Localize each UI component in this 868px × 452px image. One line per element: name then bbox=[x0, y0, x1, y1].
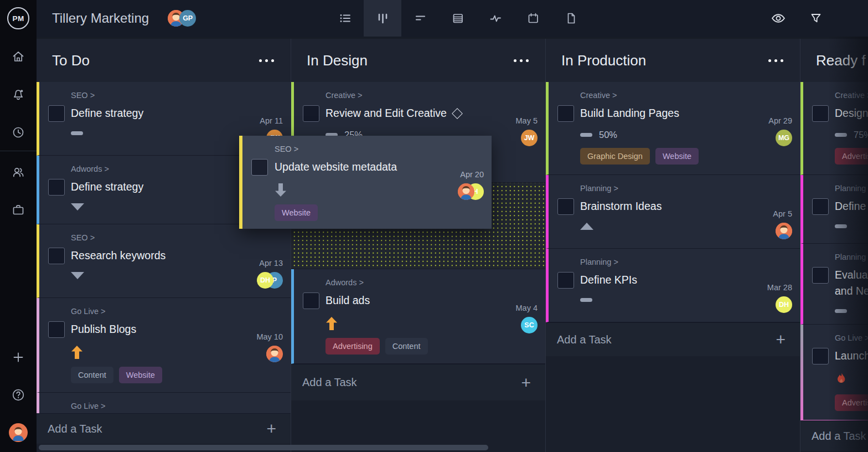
member-initials-avatar[interactable]: GP bbox=[179, 10, 196, 27]
sidebar-profile-avatar[interactable] bbox=[9, 423, 28, 443]
visibility-icon[interactable] bbox=[771, 12, 786, 25]
plus-icon: + bbox=[521, 374, 531, 391]
tag-advertising[interactable]: Advertising bbox=[835, 394, 868, 411]
column-header: To Do bbox=[37, 39, 291, 82]
card-project-breadcrumb[interactable]: SEO > bbox=[275, 145, 435, 153]
card-tags: ContentWebsite bbox=[71, 367, 234, 383]
task-card[interactable]: Go Live >Publish BlogsContentWebsiteMay … bbox=[37, 298, 291, 393]
add-task-label: Add a Task bbox=[557, 333, 612, 346]
progress-pill bbox=[71, 131, 83, 135]
add-task-label: Add a Task bbox=[812, 430, 866, 443]
card-project-breadcrumb[interactable]: Planning > bbox=[580, 184, 743, 193]
task-card[interactable]: Creative >Build Landing Pages50%Graphic … bbox=[546, 82, 800, 175]
dragged-task-card[interactable]: SEO >Update website metadataWebsiteApr 2… bbox=[239, 136, 492, 229]
card-title: Define strategy bbox=[71, 106, 234, 121]
task-checkbox[interactable] bbox=[48, 321, 65, 338]
card-title: Update website metadata bbox=[275, 160, 435, 174]
tag-graphic-design[interactable]: Graphic Design bbox=[580, 148, 650, 165]
project-members[interactable]: GP bbox=[168, 10, 196, 27]
card-meta: Apr 5 bbox=[743, 184, 792, 239]
task-card[interactable]: Creative >Design75%Advertising bbox=[800, 82, 868, 175]
task-card[interactable]: Planning >Define bbox=[800, 175, 868, 244]
view-tab-kanban[interactable] bbox=[364, 0, 401, 37]
card-project-breadcrumb[interactable]: Go Live > bbox=[71, 402, 234, 410]
card-project-breadcrumb[interactable]: Planning > bbox=[835, 253, 868, 261]
sidebar-item-home[interactable] bbox=[11, 49, 25, 66]
assignees bbox=[266, 346, 283, 362]
tag-content[interactable]: Content bbox=[71, 367, 113, 383]
task-checkbox[interactable] bbox=[48, 248, 65, 264]
card-project-breadcrumb[interactable]: Creative > bbox=[580, 91, 743, 100]
task-checkbox[interactable] bbox=[812, 105, 829, 122]
card-project-breadcrumb[interactable]: Planning > bbox=[835, 184, 868, 193]
sidebar-item-team[interactable] bbox=[11, 165, 25, 182]
assignees: H bbox=[458, 183, 484, 200]
sidebar-item-portfolio[interactable] bbox=[11, 203, 25, 219]
add-task-button[interactable]: Add a Task+ bbox=[291, 364, 545, 400]
sidebar-item-history[interactable] bbox=[11, 125, 25, 142]
home-icon bbox=[11, 49, 25, 64]
card-project-breadcrumb[interactable]: Planning > bbox=[580, 258, 743, 266]
card-main: Go Live >LaunchAdvertising bbox=[835, 333, 868, 411]
sidebar-item-notifications[interactable] bbox=[11, 88, 25, 104]
column-menu-button[interactable] bbox=[514, 56, 529, 65]
tag-advertising[interactable]: Advertising bbox=[326, 338, 380, 355]
card-main: Planning >Define KPIs bbox=[580, 258, 743, 313]
view-tab-calendar[interactable] bbox=[514, 0, 552, 37]
task-checkbox[interactable] bbox=[812, 198, 829, 215]
view-tab-document[interactable] bbox=[552, 0, 590, 37]
task-checkbox[interactable] bbox=[557, 198, 574, 215]
card-project-breadcrumb[interactable]: Adwords > bbox=[326, 278, 489, 287]
tag-content[interactable]: Content bbox=[385, 338, 428, 355]
card-main: Adwords >Define strategy bbox=[71, 165, 234, 215]
task-checkbox[interactable] bbox=[303, 292, 319, 309]
task-checkbox[interactable] bbox=[557, 272, 574, 289]
tag-website[interactable]: Website bbox=[655, 148, 699, 165]
task-checkbox[interactable] bbox=[557, 105, 574, 122]
task-checkbox[interactable] bbox=[251, 159, 268, 176]
task-checkbox[interactable] bbox=[812, 267, 829, 284]
due-date: Apr 11 bbox=[260, 116, 283, 125]
view-tab-activity[interactable] bbox=[477, 0, 514, 37]
card-project-breadcrumb[interactable]: Creative > bbox=[326, 91, 489, 100]
add-task-button[interactable]: Add a Task+ bbox=[546, 322, 800, 356]
kanban-icon bbox=[376, 12, 389, 25]
card-project-breadcrumb[interactable]: SEO > bbox=[71, 233, 234, 242]
task-card[interactable]: SEO >Research keywordsApr 13DHP bbox=[37, 224, 291, 298]
app-logo[interactable]: PM bbox=[0, 0, 37, 37]
task-checkbox[interactable] bbox=[812, 348, 829, 364]
sidebar-item-add[interactable] bbox=[11, 350, 25, 367]
horizontal-scrollbar-thumb[interactable] bbox=[39, 445, 488, 450]
task-checkbox[interactable] bbox=[48, 179, 65, 196]
tag-website[interactable]: Website bbox=[275, 204, 318, 221]
sidebar-item-help[interactable] bbox=[11, 388, 25, 404]
card-project-breadcrumb[interactable]: Creative > bbox=[835, 91, 868, 100]
card-project-breadcrumb[interactable]: Go Live > bbox=[835, 333, 868, 342]
card-indicator bbox=[835, 223, 868, 230]
task-card[interactable]: Planning >Brainstorm IdeasApr 5 bbox=[546, 175, 800, 249]
column-title: In Production bbox=[561, 52, 646, 69]
tag-advertising[interactable]: Advertising bbox=[835, 148, 868, 165]
task-card[interactable]: Go Live >ContractsMay 9 bbox=[37, 393, 291, 413]
add-task-button[interactable]: Add a Task+ bbox=[800, 420, 868, 451]
task-checkbox[interactable] bbox=[303, 105, 319, 122]
task-card[interactable]: Planning >Evaluateand Ne bbox=[800, 244, 868, 325]
sheet-icon bbox=[451, 12, 464, 25]
card-title: Build ads bbox=[326, 293, 489, 308]
view-tab-sheet[interactable] bbox=[439, 0, 477, 37]
column-menu-button[interactable] bbox=[768, 56, 783, 65]
column-menu-button[interactable] bbox=[259, 56, 274, 65]
task-card[interactable]: Adwords >Build adsAdvertisingContentMay … bbox=[291, 269, 545, 364]
filter-icon[interactable] bbox=[809, 11, 823, 25]
task-card[interactable]: Planning >Define KPIsMar 28DH bbox=[546, 249, 800, 322]
task-checkbox[interactable] bbox=[48, 105, 65, 122]
app-sidebar bbox=[0, 37, 37, 452]
view-tab-gantt[interactable] bbox=[401, 0, 439, 37]
task-card[interactable]: Go Live >LaunchAdvertising bbox=[800, 325, 868, 420]
card-project-breadcrumb[interactable]: Adwords > bbox=[71, 165, 234, 173]
card-project-breadcrumb[interactable]: Go Live > bbox=[71, 307, 234, 316]
add-task-button[interactable]: Add a Task+ bbox=[37, 413, 291, 444]
view-tab-task-list[interactable] bbox=[326, 0, 364, 37]
tag-website[interactable]: Website bbox=[119, 367, 162, 383]
card-project-breadcrumb[interactable]: SEO > bbox=[71, 91, 234, 100]
